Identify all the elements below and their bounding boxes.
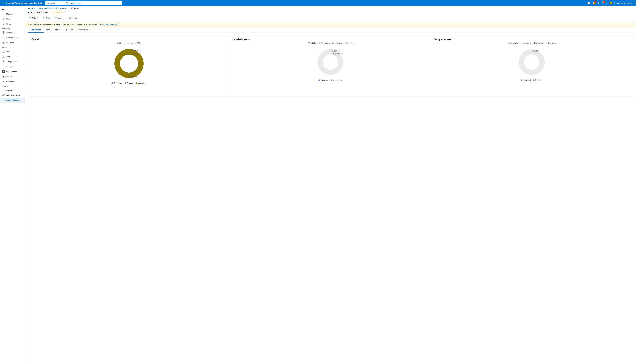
models-icon: ◈ <box>2 75 5 78</box>
approved-label: Approved: 0 <box>332 50 340 51</box>
tab-insights[interactable]: Insights <box>64 27 76 33</box>
overall-donut-svg <box>113 47 145 80</box>
sidebar-item-data-labeling[interactable]: ✏ Data Labeling <box>0 98 25 103</box>
search-scope[interactable]: This workspace <box>66 2 80 4</box>
search-scope-chevron[interactable]: ▾ <box>81 2 81 4</box>
incomplete-label: Incomplete: 32 <box>128 76 139 78</box>
skipped-assets-subtitle: 0 / 0 skipped assets approved (No items … <box>434 42 629 44</box>
overall-title: Overall <box>31 38 227 41</box>
status-badge: ⏸ Paused <box>51 11 63 14</box>
components-icon: ⊡ <box>2 60 5 63</box>
favorite-star[interactable]: ☆ <box>65 11 67 14</box>
search-box[interactable]: 🔍 This workspace ▾ <box>45 1 122 5</box>
breadcrumb-data-labeling[interactable]: Data Labeling <box>55 7 66 10</box>
updates-icon[interactable]: ⬆ 14 <box>602 2 604 4</box>
export-icon: ⤴ <box>55 17 56 19</box>
breadcrumb-workspace[interactable]: contosoworkspace <box>38 7 52 10</box>
sidebar-section-manage: Manage <box>0 84 25 88</box>
sidebar-item-notebooks[interactable]: 📓 Notebooks <box>0 30 25 35</box>
hamburger-icon[interactable]: ☰ <box>2 1 4 4</box>
main-content: Microsoft › contosoworkspace › Data Labe… <box>25 6 636 364</box>
sidebar-section-assets: Assets <box>0 45 25 49</box>
sidebar-item-jobs[interactable]: 🔬 Jobs <box>0 54 25 59</box>
unapproved-dot <box>331 80 332 81</box>
status-dot: ⏸ <box>53 11 55 14</box>
labeled-assets-title: Labeled assets <box>233 38 428 41</box>
refresh-button[interactable]: ↻ Refresh <box>28 16 40 20</box>
sidebar-data-label: Data <box>6 50 10 53</box>
warning-banner: ℹ Missing label categories: The project … <box>25 22 636 27</box>
search-input[interactable] <box>50 2 65 4</box>
sidebar-item-designer[interactable]: ⊞ Designer <box>0 40 25 45</box>
legend-skipped-approved-label: Approved <box>523 79 531 81</box>
skipped-approved-dot <box>521 80 522 81</box>
back-icon: ← <box>2 13 5 15</box>
sidebar-hamburger[interactable]: ☰ <box>0 6 25 12</box>
help-icon[interactable]: ? <box>606 2 607 4</box>
updates-badge: 14 <box>603 0 605 3</box>
sidebar-item-linked-services[interactable]: 🔗 Linked Services <box>0 93 25 98</box>
sidebar-notebooks-label: Notebooks <box>6 32 15 34</box>
settings-icon[interactable]: ⚙ <box>597 2 600 4</box>
data-icon: 📊 <box>2 50 5 53</box>
linked-services-icon: 🔗 <box>2 94 5 96</box>
sidebar-item-microsoft-label: Microsoft <box>6 13 14 15</box>
tab-dashboard[interactable]: Dashboard <box>28 27 44 33</box>
label-data-button[interactable]: ✏ Label data <box>66 16 79 20</box>
warning-text: Missing label categories: The project do… <box>30 23 97 26</box>
account-icon[interactable]: 😊 <box>609 2 612 4</box>
labeled-assets-card: Labeled assets 0 / 0 labeled assets appr… <box>230 36 431 97</box>
dashboard: Overall 0 / 32 assets labeled (0.00%) <box>25 33 636 100</box>
search-icon: 🔍 <box>47 2 49 4</box>
skipped-unappr-dot <box>533 80 535 81</box>
add-label-categories-link[interactable]: Add label categories. <box>99 23 119 26</box>
topnav-divider <box>614 2 615 4</box>
sidebar-item-pipelines[interactable]: ⇉ Pipelines <box>0 64 25 69</box>
overall-legend: Completed Skipped Incomplete <box>111 82 146 84</box>
plus-icon: + <box>2 18 5 20</box>
sidebar-environments-label: Environments <box>6 70 18 73</box>
export-label: Export <box>56 17 62 19</box>
notifications-icon[interactable]: 🔔 23 <box>592 2 595 4</box>
labeled-assets-subtitle: 0 / 0 labeled assets approved (No items … <box>233 42 428 44</box>
endpoints-icon: ↗ <box>2 80 5 83</box>
notebooks-icon: 📓 <box>2 31 5 34</box>
sidebar-item-components[interactable]: ⊡ Components <box>0 59 25 64</box>
app-title: Microsoft Azure Machine Learning Studio <box>6 2 44 4</box>
sidebar-item-automated-ml[interactable]: ⚗ Automated ML <box>0 35 25 40</box>
sidebar-item-home[interactable]: 🏠 Home <box>0 21 25 26</box>
sidebar-item-compute[interactable]: 🖥 Compute <box>0 88 25 93</box>
compute-icon: 🖥 <box>2 89 5 92</box>
sidebar-item-endpoints[interactable]: ↗ Endpoints <box>0 79 25 84</box>
sidebar-item-microsoft[interactable]: ← Microsoft <box>0 12 25 16</box>
overall-chart-area: Completed: 0 Skipped: 0 Incomplete: 32 C… <box>31 46 227 86</box>
sidebar-item-new[interactable]: + New <box>0 16 25 21</box>
sidebar-automated-ml-label: Automated ML <box>6 36 19 39</box>
skipped-approved-label: Approved: <box>533 50 540 51</box>
sidebar-data-labeling-label: Data Labeling <box>6 99 19 101</box>
tab-vision-studio[interactable]: Vision Studio <box>76 27 92 33</box>
refresh-label: Refresh <box>32 17 39 19</box>
sidebar-item-data[interactable]: 📊 Data <box>0 49 25 54</box>
incomplete-dot <box>136 82 137 84</box>
export-button[interactable]: ⤴ Export <box>54 16 63 20</box>
environments-icon: 🔲 <box>2 70 5 73</box>
overall-subtitle: 0 / 32 assets labeled (0.00%) <box>31 42 227 44</box>
tab-details[interactable]: Details <box>53 27 64 33</box>
sidebar-pipelines-label: Pipelines <box>6 66 14 68</box>
sidebar-item-environments[interactable]: 🔲 Environments <box>0 69 25 74</box>
designer-icon: ⊞ <box>2 41 5 44</box>
warning-icon: ℹ <box>28 23 29 26</box>
sidebar-item-models[interactable]: ◈ Models <box>0 74 25 79</box>
skipped-assets-legend: Approved Unappr... <box>521 79 542 81</box>
tab-data[interactable]: Data <box>44 27 53 33</box>
tabs: Dashboard Data Details Insights Vision S… <box>25 27 636 33</box>
user-menu[interactable]: contosoworkspace ▾ <box>617 2 634 4</box>
jobs-icon: 🔬 <box>2 55 5 58</box>
start-button[interactable]: ▷ Start <box>42 16 51 20</box>
clock-icon[interactable]: 🕐 <box>587 2 590 4</box>
breadcrumb-microsoft[interactable]: Microsoft <box>28 7 36 10</box>
sidebar-components-label: Components <box>6 60 17 63</box>
sidebar-jobs-label: Jobs <box>6 56 10 58</box>
warning-collapse-icon[interactable]: ⌄ <box>631 23 632 26</box>
